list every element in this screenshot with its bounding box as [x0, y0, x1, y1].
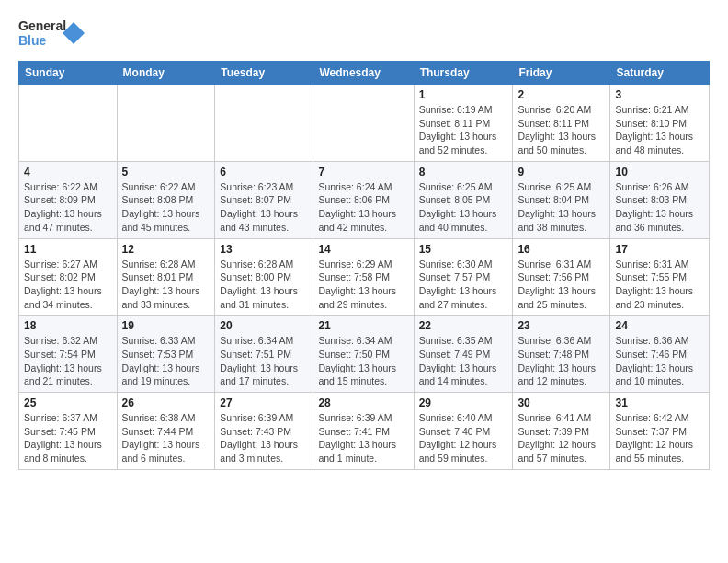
calendar-week-row: 11Sunrise: 6:27 AM Sunset: 8:02 PM Dayli… [19, 238, 710, 316]
weekday-header-monday: Monday [117, 62, 215, 85]
day-info: Sunrise: 6:22 AM Sunset: 8:08 PM Dayligh… [122, 180, 210, 235]
day-info: Sunrise: 6:25 AM Sunset: 8:05 PM Dayligh… [419, 180, 508, 235]
day-info: Sunrise: 6:31 AM Sunset: 7:55 PM Dayligh… [615, 258, 704, 312]
calendar-cell: 10Sunrise: 6:26 AM Sunset: 8:03 PM Dayli… [610, 161, 710, 238]
day-info: Sunrise: 6:34 AM Sunset: 7:51 PM Dayligh… [220, 334, 308, 388]
day-info: Sunrise: 6:36 AM Sunset: 7:46 PM Dayligh… [615, 334, 704, 388]
calendar-cell: 19Sunrise: 6:33 AM Sunset: 7:53 PM Dayli… [117, 316, 215, 393]
calendar-cell: 26Sunrise: 6:38 AM Sunset: 7:44 PM Dayli… [117, 393, 215, 470]
calendar-cell: 9Sunrise: 6:25 AM Sunset: 8:04 PM Daylig… [513, 161, 610, 238]
weekday-header-saturday: Saturday [610, 62, 710, 85]
day-info: Sunrise: 6:30 AM Sunset: 7:57 PM Dayligh… [419, 258, 508, 312]
calendar-cell: 4Sunrise: 6:22 AM Sunset: 8:09 PM Daylig… [19, 161, 118, 238]
calendar-cell: 16Sunrise: 6:31 AM Sunset: 7:56 PM Dayli… [513, 238, 610, 316]
day-info: Sunrise: 6:23 AM Sunset: 8:07 PM Dayligh… [220, 180, 308, 235]
logo: GeneralBlue [18, 15, 92, 52]
calendar-week-row: 25Sunrise: 6:37 AM Sunset: 7:45 PM Dayli… [19, 393, 710, 470]
day-number: 21 [318, 319, 408, 332]
calendar-week-row: 4Sunrise: 6:22 AM Sunset: 8:09 PM Daylig… [19, 161, 710, 238]
day-number: 1 [419, 88, 508, 101]
day-number: 19 [122, 319, 210, 332]
day-info: Sunrise: 6:21 AM Sunset: 8:10 PM Dayligh… [615, 103, 704, 157]
day-number: 26 [122, 396, 210, 409]
calendar-cell: 3Sunrise: 6:21 AM Sunset: 8:10 PM Daylig… [610, 85, 710, 162]
day-number: 27 [220, 396, 308, 409]
calendar-cell: 1Sunrise: 6:19 AM Sunset: 8:11 PM Daylig… [414, 85, 513, 162]
day-number: 4 [24, 166, 112, 178]
calendar-cell: 15Sunrise: 6:30 AM Sunset: 7:57 PM Dayli… [414, 238, 513, 316]
day-number: 28 [318, 396, 408, 409]
calendar-cell: 27Sunrise: 6:39 AM Sunset: 7:43 PM Dayli… [215, 393, 313, 470]
calendar-cell [19, 85, 118, 162]
day-info: Sunrise: 6:33 AM Sunset: 7:53 PM Dayligh… [122, 334, 210, 388]
calendar-cell: 11Sunrise: 6:27 AM Sunset: 8:02 PM Dayli… [19, 238, 118, 316]
day-info: Sunrise: 6:20 AM Sunset: 8:11 PM Dayligh… [518, 103, 605, 157]
calendar-cell: 22Sunrise: 6:35 AM Sunset: 7:49 PM Dayli… [414, 316, 513, 393]
calendar-cell: 2Sunrise: 6:20 AM Sunset: 8:11 PM Daylig… [513, 85, 610, 162]
calendar-cell: 5Sunrise: 6:22 AM Sunset: 8:08 PM Daylig… [117, 161, 215, 238]
day-number: 10 [615, 166, 704, 178]
calendar-cell: 28Sunrise: 6:39 AM Sunset: 7:41 PM Dayli… [313, 393, 414, 470]
day-number: 23 [518, 319, 605, 332]
day-number: 30 [518, 396, 605, 409]
calendar-cell: 20Sunrise: 6:34 AM Sunset: 7:51 PM Dayli… [215, 316, 313, 393]
day-info: Sunrise: 6:25 AM Sunset: 8:04 PM Dayligh… [518, 180, 605, 235]
calendar-cell [215, 85, 313, 162]
calendar-cell: 29Sunrise: 6:40 AM Sunset: 7:40 PM Dayli… [414, 393, 513, 470]
day-info: Sunrise: 6:41 AM Sunset: 7:39 PM Dayligh… [518, 411, 605, 465]
day-number: 18 [24, 319, 112, 332]
day-info: Sunrise: 6:28 AM Sunset: 8:01 PM Dayligh… [122, 258, 210, 312]
day-info: Sunrise: 6:28 AM Sunset: 8:00 PM Dayligh… [220, 258, 308, 312]
calendar-table: SundayMondayTuesdayWednesdayThursdayFrid… [18, 61, 710, 470]
weekday-header-tuesday: Tuesday [215, 62, 313, 85]
calendar-cell: 31Sunrise: 6:42 AM Sunset: 7:37 PM Dayli… [610, 393, 710, 470]
day-info: Sunrise: 6:42 AM Sunset: 7:37 PM Dayligh… [615, 411, 704, 465]
day-number: 31 [615, 396, 704, 409]
day-number: 6 [220, 166, 308, 178]
calendar-cell [117, 85, 215, 162]
calendar-cell: 12Sunrise: 6:28 AM Sunset: 8:01 PM Dayli… [117, 238, 215, 316]
calendar-cell: 24Sunrise: 6:36 AM Sunset: 7:46 PM Dayli… [610, 316, 710, 393]
day-number: 16 [518, 243, 605, 256]
day-info: Sunrise: 6:35 AM Sunset: 7:49 PM Dayligh… [419, 334, 508, 388]
day-info: Sunrise: 6:24 AM Sunset: 8:06 PM Dayligh… [318, 180, 408, 235]
day-info: Sunrise: 6:29 AM Sunset: 7:58 PM Dayligh… [318, 258, 408, 312]
day-number: 9 [518, 166, 605, 178]
weekday-header-friday: Friday [513, 62, 610, 85]
day-number: 5 [122, 166, 210, 178]
day-number: 7 [318, 166, 408, 178]
day-info: Sunrise: 6:38 AM Sunset: 7:44 PM Dayligh… [122, 411, 210, 465]
weekday-header-row: SundayMondayTuesdayWednesdayThursdayFrid… [19, 62, 710, 85]
day-info: Sunrise: 6:22 AM Sunset: 8:09 PM Dayligh… [24, 180, 112, 235]
calendar-cell: 17Sunrise: 6:31 AM Sunset: 7:55 PM Dayli… [610, 238, 710, 316]
day-number: 22 [419, 319, 508, 332]
svg-text:Blue: Blue [18, 33, 47, 48]
day-number: 3 [615, 88, 704, 101]
day-info: Sunrise: 6:34 AM Sunset: 7:50 PM Dayligh… [318, 334, 408, 388]
logo-icon: GeneralBlue [18, 15, 92, 52]
day-number: 2 [518, 88, 605, 101]
calendar-cell: 6Sunrise: 6:23 AM Sunset: 8:07 PM Daylig… [215, 161, 313, 238]
weekday-header-wednesday: Wednesday [313, 62, 414, 85]
day-number: 12 [122, 243, 210, 256]
calendar-cell: 23Sunrise: 6:36 AM Sunset: 7:48 PM Dayli… [513, 316, 610, 393]
calendar-cell: 18Sunrise: 6:32 AM Sunset: 7:54 PM Dayli… [19, 316, 118, 393]
calendar-cell: 30Sunrise: 6:41 AM Sunset: 7:39 PM Dayli… [513, 393, 610, 470]
day-number: 17 [615, 243, 704, 256]
day-info: Sunrise: 6:19 AM Sunset: 8:11 PM Dayligh… [419, 103, 508, 157]
day-info: Sunrise: 6:26 AM Sunset: 8:03 PM Dayligh… [615, 180, 704, 235]
day-info: Sunrise: 6:32 AM Sunset: 7:54 PM Dayligh… [24, 334, 112, 388]
calendar-cell: 13Sunrise: 6:28 AM Sunset: 8:00 PM Dayli… [215, 238, 313, 316]
day-number: 8 [419, 166, 508, 178]
day-number: 20 [220, 319, 308, 332]
day-number: 15 [419, 243, 508, 256]
calendar-week-row: 1Sunrise: 6:19 AM Sunset: 8:11 PM Daylig… [19, 85, 710, 162]
day-info: Sunrise: 6:37 AM Sunset: 7:45 PM Dayligh… [24, 411, 112, 465]
weekday-header-sunday: Sunday [19, 62, 118, 85]
calendar-cell: 8Sunrise: 6:25 AM Sunset: 8:05 PM Daylig… [414, 161, 513, 238]
day-number: 24 [615, 319, 704, 332]
calendar-week-row: 18Sunrise: 6:32 AM Sunset: 7:54 PM Dayli… [19, 316, 710, 393]
weekday-header-thursday: Thursday [414, 62, 513, 85]
day-info: Sunrise: 6:39 AM Sunset: 7:43 PM Dayligh… [220, 411, 308, 465]
calendar-cell [313, 85, 414, 162]
